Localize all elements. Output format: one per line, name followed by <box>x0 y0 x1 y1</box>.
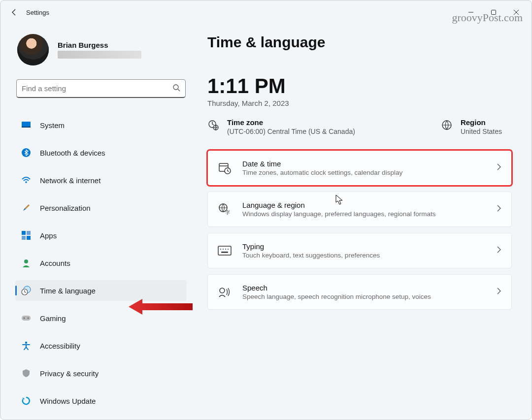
clock-display: 1:11 PM <box>207 74 512 98</box>
region-label: Region <box>461 118 502 127</box>
update-icon <box>21 396 31 406</box>
clock-globe-icon <box>21 286 31 295</box>
svg-point-28 <box>220 249 221 250</box>
nav-bluetooth[interactable]: Bluetooth & devices <box>15 142 187 163</box>
chevron-right-icon <box>497 163 501 172</box>
settings-window: Settings groovyPost.com Brian Burgess <box>0 0 532 420</box>
search-input[interactable] <box>22 84 172 93</box>
nav-apps[interactable]: Apps <box>15 225 187 246</box>
timezone-value: (UTC-06:00) Central Time (US & Canada) <box>227 128 355 135</box>
nav-time-language[interactable]: Time & language <box>15 280 187 301</box>
card-subtitle: Time zones, automatic clock settings, ca… <box>242 169 402 176</box>
nav-personalization[interactable]: Personalization <box>15 197 187 218</box>
region-value: United States <box>461 128 502 135</box>
app-title: Settings <box>26 9 49 16</box>
svg-point-29 <box>223 249 224 250</box>
content-area: Brian Burgess System Bluetooth & devices <box>0 24 532 420</box>
svg-point-17 <box>28 318 29 319</box>
nav-label: Windows Update <box>40 397 96 405</box>
svg-rect-15 <box>22 316 31 321</box>
nav-label: Accounts <box>40 259 70 267</box>
nav-label: Gaming <box>40 314 66 323</box>
search-box[interactable] <box>16 79 186 98</box>
nav-label: System <box>40 121 65 129</box>
accessibility-icon <box>21 341 31 351</box>
minimize-button[interactable] <box>460 4 482 20</box>
summary-row: Time zone (UTC-06:00) Central Time (US &… <box>207 118 512 135</box>
language-icon: 字 <box>218 202 232 216</box>
svg-point-33 <box>220 288 225 293</box>
svg-point-31 <box>228 249 229 250</box>
timezone-summary[interactable]: Time zone (UTC-06:00) Central Time (US &… <box>207 118 355 135</box>
monitor-icon <box>21 120 31 130</box>
card-language-region[interactable]: 字 Language & region Windows display lang… <box>207 192 512 227</box>
globe-icon <box>441 119 453 131</box>
search-icon <box>172 84 180 94</box>
person-icon <box>21 258 31 268</box>
card-title: Typing <box>242 242 380 251</box>
svg-rect-10 <box>22 236 26 240</box>
nav-label: Apps <box>40 231 57 240</box>
svg-rect-8 <box>22 231 26 235</box>
window-controls <box>460 4 528 20</box>
date-display: Thursday, March 2, 2023 <box>207 99 512 107</box>
card-speech[interactable]: Speech Speech language, speech recogniti… <box>207 274 512 310</box>
brush-icon <box>21 203 31 213</box>
card-title: Date & time <box>242 160 402 168</box>
speech-icon <box>218 285 232 299</box>
apps-icon <box>21 230 31 240</box>
card-date-time[interactable]: Date & time Time zones, automatic clock … <box>207 150 512 186</box>
nav-network[interactable]: Network & internet <box>15 170 187 191</box>
svg-rect-1 <box>492 10 496 15</box>
avatar <box>17 34 49 65</box>
back-button[interactable] <box>4 2 24 22</box>
nav-gaming[interactable]: Gaming <box>15 308 187 328</box>
keyboard-icon <box>218 244 232 258</box>
page-title: Time & language <box>207 34 512 51</box>
nav-label: Privacy & security <box>40 369 99 378</box>
timezone-icon <box>207 119 219 131</box>
maximize-button[interactable] <box>482 4 505 20</box>
gamepad-icon <box>21 313 31 323</box>
card-typing[interactable]: Typing Touch keyboard, text suggestions,… <box>207 233 512 268</box>
timezone-label: Time zone <box>227 118 355 127</box>
svg-rect-32 <box>221 252 228 253</box>
card-title: Language & region <box>242 201 435 209</box>
card-title: Speech <box>242 284 431 292</box>
svg-rect-9 <box>27 231 31 235</box>
nav-label: Bluetooth & devices <box>40 149 105 157</box>
bluetooth-icon <box>21 148 31 158</box>
profile-block[interactable]: Brian Burgess <box>14 34 188 65</box>
wifi-icon <box>21 175 31 185</box>
card-subtitle: Touch keyboard, text suggestions, prefer… <box>242 252 380 259</box>
nav-label: Personalization <box>40 204 91 212</box>
profile-email-redacted <box>58 51 141 59</box>
svg-rect-11 <box>27 236 31 240</box>
shield-icon <box>21 368 31 378</box>
svg-point-7 <box>25 181 27 183</box>
nav-accounts[interactable]: Accounts <box>15 253 187 273</box>
nav-system[interactable]: System <box>15 115 187 135</box>
chevron-right-icon <box>497 205 501 214</box>
svg-point-16 <box>24 318 25 319</box>
nav-windows-update[interactable]: Windows Update <box>15 390 187 411</box>
settings-cards: Date & time Time zones, automatic clock … <box>207 150 512 310</box>
main-panel: Time & language 1:11 PM Thursday, March … <box>193 24 527 420</box>
nav-list: System Bluetooth & devices Network & int… <box>14 112 188 414</box>
svg-point-12 <box>24 259 28 263</box>
card-subtitle: Speech language, speech recognition micr… <box>242 293 431 300</box>
svg-rect-5 <box>22 127 31 128</box>
titlebar: Settings <box>0 0 532 24</box>
svg-rect-27 <box>218 246 231 255</box>
region-summary[interactable]: Region United States <box>441 118 502 135</box>
profile-text: Brian Burgess <box>58 41 141 59</box>
svg-line-3 <box>178 89 180 91</box>
nav-accessibility[interactable]: Accessibility <box>15 335 187 356</box>
svg-point-18 <box>25 342 27 344</box>
close-button[interactable] <box>505 4 528 20</box>
nav-privacy[interactable]: Privacy & security <box>15 363 187 384</box>
svg-point-30 <box>225 249 226 250</box>
nav-label: Accessibility <box>40 342 80 350</box>
chevron-right-icon <box>497 246 501 255</box>
profile-name: Brian Burgess <box>58 41 141 49</box>
